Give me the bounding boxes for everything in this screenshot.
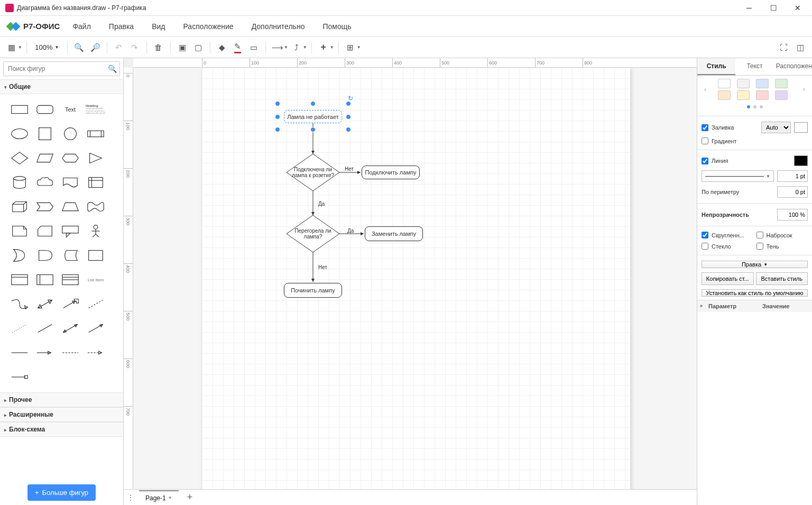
copy-style-button[interactable]: Копировать ст... [702,272,754,285]
node-fix-lamp[interactable]: Починить лампу [284,283,342,298]
shape-data-storage[interactable] [58,244,82,267]
shape-square[interactable] [33,123,57,145]
line-width-input[interactable]: 1 pt [777,170,808,182]
shape-and[interactable] [33,244,57,267]
swatch[interactable] [718,79,731,88]
paste-style-button[interactable]: Вставить стиль [756,272,808,285]
add-page-button[interactable]: + [183,492,197,503]
close-button[interactable]: ✕ [786,0,810,16]
resize-handle-nw[interactable] [275,101,280,106]
swatch[interactable] [756,90,769,100]
tab-style[interactable]: Стиль [697,58,735,75]
shape-textbox[interactable]: HeadingLorem ipsum dolor sit amet consec… [84,98,108,121]
shape-curve[interactable] [7,293,32,315]
view-mode-dropdown[interactable]: ▦▼ [4,40,22,55]
opacity-input[interactable]: 100 % [777,209,808,221]
swatch[interactable] [718,90,731,100]
shape-directional[interactable] [84,317,108,339]
swatch-prev[interactable]: ‹ [702,86,709,93]
fill-checkbox[interactable] [702,124,708,131]
shape-or[interactable] [7,244,32,267]
gradient-checkbox[interactable] [702,137,708,144]
line-color-box[interactable] [794,155,808,166]
resize-handle-sw[interactable] [275,127,280,132]
shape-bidir-thin[interactable] [58,317,82,339]
tab-text[interactable]: Текст [735,58,773,75]
zoom-in-icon[interactable]: 🔍 [72,40,87,55]
insert-dropdown[interactable]: +▼ [316,40,334,55]
fill-mode-select[interactable]: Auto [761,122,791,133]
to-back-icon[interactable]: ▢ [191,40,206,55]
resize-handle-e[interactable] [346,114,351,120]
resize-handle-n[interactable] [310,101,316,106]
shape-link5[interactable] [7,366,32,388]
node-start[interactable]: Лампа не работает ↻ [284,110,342,123]
table-dropdown[interactable]: ⊞▼ [343,40,361,55]
more-shapes-button[interactable]: +Больше фигур [27,484,96,501]
shape-arrow[interactable] [58,293,82,315]
menu-help[interactable]: Помощь [317,19,356,34]
format-panel-icon[interactable]: ◫ [793,40,808,55]
shape-cube[interactable] [7,196,32,218]
shape-h-container[interactable] [7,269,32,291]
category-misc[interactable]: Прочее [0,392,123,407]
shape-note[interactable] [7,220,32,242]
page-tab-1[interactable]: Page-1▼ [139,490,179,505]
fill-color-box[interactable] [794,122,808,133]
tab-arrange[interactable]: Расположение [774,58,812,75]
shadow-icon[interactable]: ▭ [246,40,261,55]
rounded-checkbox[interactable] [702,232,708,238]
menu-file[interactable]: Файл [67,19,96,34]
redo-icon[interactable]: ↷ [127,40,142,55]
canvas-viewport[interactable]: Лампа не работает ↻ Подключена ли ла [133,68,697,489]
search-input[interactable] [3,61,120,76]
menu-arrange[interactable]: Расположение [178,19,238,34]
category-flowchart[interactable]: Блок-схема [0,422,123,437]
shadow-checkbox[interactable] [756,243,763,250]
waypoint-dropdown[interactable]: ⤴▼ [289,40,307,55]
shape-bidir-arrow[interactable] [33,293,57,315]
fullscreen-icon[interactable]: ⛶ [776,40,791,55]
swatch-page-dot[interactable] [747,105,750,108]
swatch[interactable] [775,90,788,100]
param-header[interactable]: ▸ Параметр Значение [697,300,812,312]
page[interactable]: Лампа не работает ↻ Подключена ли ла [202,68,630,489]
shape-link2[interactable] [33,342,57,364]
line-style-select[interactable]: ▼ [702,170,774,182]
shape-process[interactable] [84,123,108,145]
fill-color-icon[interactable]: ◆ [215,40,229,55]
shape-step[interactable] [33,196,57,218]
resize-handle-s[interactable] [310,127,316,132]
sketch-checkbox[interactable] [756,232,763,238]
shape-tape[interactable] [84,196,108,218]
shape-rounded-rectangle[interactable] [33,98,57,121]
shape-list[interactable] [58,269,82,291]
shape-document[interactable] [58,171,82,194]
shape-container[interactable] [84,244,108,267]
search-icon[interactable]: 🔍 [108,65,117,73]
zoom-select[interactable]: 100%▼ [31,43,63,51]
shape-circle[interactable] [58,123,82,145]
shape-dashed-line[interactable] [84,293,108,315]
to-front-icon[interactable]: ▣ [175,40,190,55]
shape-diamond[interactable] [7,147,32,169]
page-menu-icon[interactable]: ⋮ [127,493,135,502]
shape-link3[interactable] [58,342,82,364]
shape-cloud[interactable] [33,171,57,194]
node-decision-1[interactable]: Подключена ли лампа к розетке? [287,154,339,191]
shape-triangle[interactable] [84,147,108,169]
maximize-button[interactable]: ☐ [761,0,786,16]
shape-link1[interactable] [7,342,32,364]
edit-style-select[interactable]: Правка▼ [702,261,808,268]
zoom-out-icon[interactable]: 🔍 [88,40,103,55]
resize-handle-ne[interactable] [346,101,351,106]
shape-line[interactable] [33,317,57,339]
category-advanced[interactable]: Расширенные [0,407,123,422]
shape-list-item[interactable]: List Item [84,269,108,291]
category-general[interactable]: Общие [0,79,123,94]
set-default-style-button[interactable]: Установить как стиль по умолчанию [702,289,808,297]
shape-rectangle[interactable] [7,98,32,121]
shape-v-container[interactable] [33,269,57,291]
shape-hexagon[interactable] [58,147,82,169]
resize-handle-se[interactable] [346,127,351,132]
